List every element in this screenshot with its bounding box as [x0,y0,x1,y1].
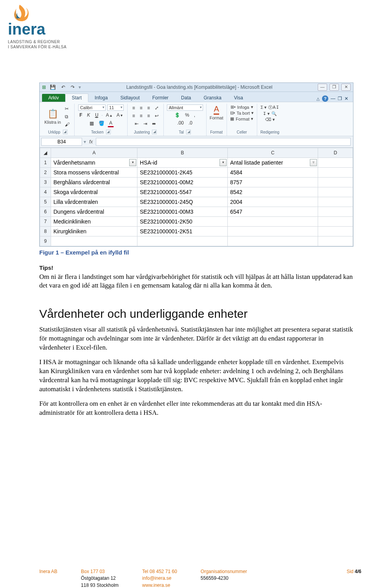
find-icon[interactable]: 🔍 [271,111,277,116]
cell[interactable]: Medicinkliniken [51,217,137,227]
increase-indent-icon[interactable]: ⇥ [142,120,149,127]
cell[interactable]: Dungens vårdcentral [51,207,137,217]
tab-formler[interactable]: Formler [146,94,175,102]
autosum-icon[interactable]: Σ ▾ [261,105,267,110]
table-header-cell[interactable]: Vårdenhetsnamn▾ [51,158,137,168]
underline-button[interactable]: U̲ [93,112,100,119]
cell[interactable]: SE2321000001-2K51 [137,227,228,236]
cell[interactable] [318,227,353,236]
dialog-launcher-icon[interactable]: ◢ [106,130,111,134]
increase-decimal-icon[interactable]: .00 [176,119,185,126]
cell[interactable] [228,217,318,227]
cell[interactable]: SE2321000001-00M3 [137,207,228,217]
table-header-cell[interactable]: HSA-id▾ [137,158,228,168]
cell[interactable]: SE2321000001-5547 [137,187,228,197]
align-right-icon[interactable]: ≡ [146,112,152,119]
col-header-d[interactable]: D [318,148,353,158]
cell[interactable]: Kirurgkliniken [51,227,137,236]
cell[interactable] [318,236,353,246]
filter-icon[interactable]: ▿ [310,159,317,166]
tab-data[interactable]: Data [175,94,197,102]
help-icon[interactable]: ? [322,95,328,102]
filter-icon[interactable]: ▾ [129,159,136,166]
grow-font-icon[interactable]: A▴ [104,112,113,119]
merge-center-icon[interactable]: ⬌ [150,120,157,127]
cell[interactable]: 4584 [228,168,318,178]
undo-icon[interactable]: ↶ [60,84,67,91]
tab-granska[interactable]: Granska [197,94,227,102]
cell[interactable] [318,217,353,227]
align-center-icon[interactable]: ≡ [138,112,144,119]
formula-input[interactable] [96,138,351,146]
worksheet[interactable]: ◢ A B C D 1 Vårdenhetsnamn▾ HSA-id▾ Anta… [40,148,353,246]
mdi-restore-icon[interactable]: ❐ [338,96,342,101]
cell[interactable] [318,197,353,207]
tab-sidlayout[interactable]: Sidlayout [114,94,146,102]
save-icon[interactable]: 💾 [48,84,57,91]
conditional-format-icon[interactable]: A [214,104,219,115]
tab-infoga[interactable]: Infoga [88,94,114,102]
cell[interactable]: Skoga vårdcentral [51,187,137,197]
align-top-icon[interactable]: ≡ [131,104,137,112]
dialog-launcher-icon[interactable]: ◢ [152,130,157,134]
cell[interactable] [318,187,353,197]
cell[interactable]: SE2321000001-245Q [137,197,228,207]
mdi-min-icon[interactable]: — [331,96,335,101]
ribbon-collapse-icon[interactable]: △ [317,97,320,101]
align-left-icon[interactable]: ≡ [131,112,137,119]
cut-icon[interactable]: ✂ [63,105,71,112]
align-middle-icon[interactable]: ≡ [138,104,144,112]
file-tab[interactable]: Arkiv [42,94,65,102]
comma-icon[interactable]: , [192,112,197,119]
cell[interactable]: SE2321000001-00M2 [137,178,228,187]
insert-cells-icon[interactable]: ⊞• [231,104,236,110]
copy-icon[interactable]: ⧉ [63,113,71,120]
cell[interactable] [137,236,228,246]
paste-icon[interactable]: 📋 [48,109,58,119]
sort-filter-icon[interactable]: ⓎA↧ [268,104,279,110]
dialog-launcher-icon[interactable]: ◢ [63,130,68,134]
close-button[interactable]: ✕ [341,84,351,91]
cell[interactable] [228,227,318,236]
row-header[interactable]: 1 [40,158,51,168]
cell[interactable]: Stora mossens vårdcentral [51,168,137,178]
row-header[interactable]: 9 [40,236,51,246]
delete-cells-icon[interactable]: ⊟• [230,110,235,115]
cell[interactable]: 8757 [228,178,318,187]
name-box[interactable]: B34 [41,138,82,146]
font-name-select[interactable]: Calibri [78,104,106,111]
cell[interactable]: Lilla vårdcentralen [51,197,137,207]
clear-icon[interactable]: ⌫ ▾ [265,117,275,122]
decrease-indent-icon[interactable]: ⇤ [133,120,140,127]
wrap-text-icon[interactable]: ↩ [153,112,160,119]
font-color-icon[interactable]: A [108,119,114,127]
col-header-a[interactable]: A [51,148,137,158]
fx-icon[interactable]: fx [86,139,96,145]
row-header[interactable]: 6 [40,207,51,217]
borders-icon[interactable]: ▦ [88,120,95,127]
cell[interactable] [318,178,353,187]
cell[interactable]: 8542 [228,187,318,197]
cell[interactable] [318,158,353,168]
filter-icon[interactable]: ▾ [220,159,227,166]
row-header[interactable]: 2 [40,168,51,178]
shrink-font-icon[interactable]: A▾ [115,112,124,119]
cell[interactable]: 2004 [228,197,318,207]
tab-start[interactable]: Start [65,93,88,102]
cell[interactable] [318,168,353,178]
minimize-button[interactable]: — [318,84,327,91]
fill-color-icon[interactable]: 🪣 [97,120,106,127]
currency-icon[interactable]: 💲 [173,112,182,119]
cell[interactable]: SE2321000001-2K45 [137,168,228,178]
table-header-cell[interactable]: Antal listade patienter▿ [228,158,318,168]
restore-button[interactable]: ❐ [329,84,339,91]
format-cells-icon[interactable]: ▦ [230,116,234,121]
format-painter-icon[interactable]: 🖌 [63,121,71,128]
mdi-close-icon[interactable]: ✕ [344,96,348,101]
cell[interactable]: Berghålans vårdcentral [51,178,137,187]
cell[interactable] [318,207,353,217]
row-header[interactable]: 4 [40,187,51,197]
orientation-icon[interactable]: ⤢ [153,104,160,112]
fill-icon[interactable]: ↧ ▾ [263,111,270,116]
decrease-decimal-icon[interactable]: .0 [187,119,194,126]
